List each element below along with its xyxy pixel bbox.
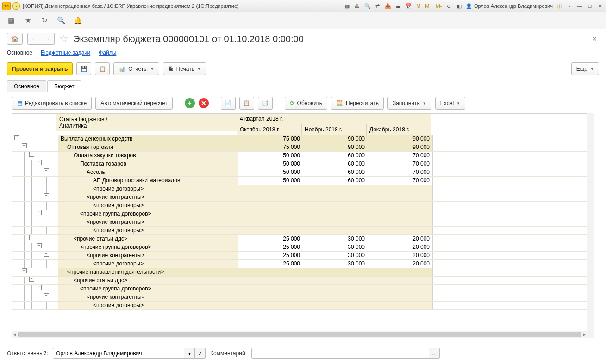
- value-cell[interactable]: 20 000: [368, 252, 433, 259]
- name-cell[interactable]: <прочие договоры>: [58, 260, 238, 268]
- table-row[interactable]: −Поставка товаров50 00060 00070 000: [12, 160, 587, 168]
- value-cell[interactable]: 25 000: [238, 252, 303, 259]
- value-cell[interactable]: [238, 285, 303, 293]
- collapse-toggle[interactable]: −: [37, 285, 42, 290]
- responsible-input[interactable]: [53, 348, 184, 359]
- collapse-toggle[interactable]: −: [29, 152, 34, 157]
- zoom-icon[interactable]: ⊕: [445, 2, 453, 10]
- table-row[interactable]: −Ассоль50 00060 00070 000: [12, 168, 587, 177]
- value-cell[interactable]: 30 000: [303, 252, 368, 259]
- value-cell[interactable]: [303, 185, 368, 193]
- name-cell[interactable]: <прочие договоры>: [58, 202, 238, 210]
- collapse-toggle[interactable]: −: [44, 293, 49, 298]
- name-cell[interactable]: Выплата денежных средств: [58, 135, 238, 143]
- info-icon[interactable]: ⓘ: [556, 2, 563, 10]
- link-files[interactable]: Файлы: [99, 49, 116, 56]
- name-cell[interactable]: <прочие статьи ддс>: [58, 277, 238, 284]
- name-cell[interactable]: <прочие контрагенты>: [58, 293, 238, 301]
- value-cell[interactable]: [303, 293, 368, 301]
- app-menu-dropdown[interactable]: ▾: [12, 2, 20, 10]
- value-cell[interactable]: [303, 302, 368, 309]
- table-row[interactable]: −<прочие статьи ддс>: [12, 277, 587, 285]
- value-cell[interactable]: [238, 202, 303, 210]
- value-cell[interactable]: [238, 193, 303, 201]
- value-cell[interactable]: [303, 210, 368, 218]
- comment-select-button[interactable]: …: [429, 348, 440, 359]
- value-cell[interactable]: 70 000: [368, 160, 433, 168]
- name-cell[interactable]: <прочие группа договоров>: [58, 285, 238, 293]
- link-main[interactable]: Основное: [7, 49, 32, 56]
- name-cell[interactable]: Оплата закупки товаров: [58, 152, 238, 160]
- close-window-button[interactable]: ✕: [596, 2, 604, 10]
- name-cell[interactable]: Поставка товаров: [58, 160, 238, 168]
- compare-icon[interactable]: ⇄: [374, 2, 381, 10]
- value-cell[interactable]: 75 000: [238, 135, 303, 143]
- delete-row-button[interactable]: ✕: [199, 98, 209, 108]
- value-cell[interactable]: 50 000: [238, 177, 303, 185]
- value-cell[interactable]: 50 000: [238, 168, 303, 176]
- minimize-button[interactable]: —: [576, 2, 583, 10]
- preview-icon[interactable]: 🔍: [364, 2, 371, 10]
- list-icon[interactable]: ≣: [394, 2, 402, 10]
- collapse-toggle[interactable]: −: [37, 210, 42, 215]
- value-cell[interactable]: [368, 210, 433, 218]
- value-cell[interactable]: 90 000: [368, 135, 433, 143]
- collapse-toggle[interactable]: −: [37, 243, 42, 248]
- value-cell[interactable]: 90 000: [303, 143, 368, 151]
- name-cell[interactable]: <прочие контрагенты>: [58, 218, 238, 226]
- value-cell[interactable]: 30 000: [303, 235, 368, 243]
- value-cell[interactable]: [238, 185, 303, 193]
- maximize-button[interactable]: □: [586, 2, 594, 10]
- m-plus-icon[interactable]: M+: [425, 2, 432, 10]
- value-cell[interactable]: [238, 302, 303, 309]
- history-icon[interactable]: ↻: [40, 16, 49, 25]
- name-cell[interactable]: Оптовая торговля: [58, 143, 238, 151]
- name-cell[interactable]: <прочие направления деятельности>: [58, 268, 238, 276]
- back-button[interactable]: ←: [27, 33, 41, 45]
- tab-budget[interactable]: Бюджет: [47, 80, 81, 92]
- horizontal-scrollbar[interactable]: ◂ ▸: [12, 331, 587, 338]
- print-icon[interactable]: 🖶: [354, 2, 361, 10]
- value-cell[interactable]: [368, 302, 433, 309]
- value-cell[interactable]: [238, 293, 303, 301]
- tb-icon-1[interactable]: ▦: [344, 2, 351, 10]
- table-row[interactable]: <прочие договоры>25 00030 00020 000: [12, 260, 587, 268]
- value-cell[interactable]: 50 000: [238, 152, 303, 160]
- value-cell[interactable]: [303, 218, 368, 226]
- table-row[interactable]: −Оплата закупки товаров50 00060 00070 00…: [12, 152, 587, 160]
- name-cell[interactable]: АП Договор поставки материалов: [58, 177, 238, 185]
- value-cell[interactable]: [368, 202, 433, 210]
- info-dropdown-icon[interactable]: ▾: [566, 2, 573, 10]
- value-cell[interactable]: [368, 285, 433, 293]
- collapse-toggle[interactable]: −: [29, 235, 34, 240]
- name-cell[interactable]: <прочие статьи ддс>: [58, 235, 238, 243]
- post-and-close-button[interactable]: Провести и закрыть: [7, 62, 73, 75]
- recalc-button[interactable]: 🧮Пересчитать: [331, 97, 384, 110]
- table-row[interactable]: −<прочие контрагенты>25 00030 00020 000: [12, 252, 587, 260]
- name-cell[interactable]: <прочие контрагенты>: [58, 252, 238, 259]
- name-cell[interactable]: <прочие договоры>: [58, 302, 238, 309]
- value-cell[interactable]: 20 000: [368, 243, 433, 251]
- table-row[interactable]: −<прочие контрагенты>: [12, 293, 587, 302]
- link-budget-tasks[interactable]: Бюджетные задачи: [41, 49, 90, 56]
- current-user[interactable]: 👤 Орлов Александр Владимирович: [466, 3, 553, 9]
- collapse-toggle[interactable]: −: [37, 160, 42, 165]
- value-cell[interactable]: [238, 268, 303, 276]
- paste-button[interactable]: 📋: [239, 97, 254, 110]
- value-cell[interactable]: 90 000: [303, 135, 368, 143]
- value-cell[interactable]: [238, 218, 303, 226]
- paste-special-button[interactable]: 📑: [258, 97, 273, 110]
- value-cell[interactable]: 60 000: [303, 160, 368, 168]
- tb-icon-12[interactable]: ◧: [456, 2, 463, 10]
- value-cell[interactable]: [368, 227, 433, 234]
- home-button[interactable]: 🏠: [7, 33, 23, 45]
- print-button[interactable]: 🖶Печать▼: [163, 62, 206, 75]
- table-row[interactable]: −<прочие группа договоров>: [12, 285, 587, 293]
- value-cell[interactable]: 70 000: [368, 168, 433, 176]
- value-cell[interactable]: 20 000: [368, 235, 433, 243]
- calendar-icon[interactable]: 📅: [405, 2, 412, 10]
- table-row[interactable]: −Оптовая торговля75 00090 00090 000: [12, 143, 587, 152]
- collapse-toggle[interactable]: −: [44, 252, 49, 257]
- value-cell[interactable]: [303, 285, 368, 293]
- budget-grid[interactable]: Статья бюджетов / Аналитика 4 квартал 20…: [12, 113, 587, 338]
